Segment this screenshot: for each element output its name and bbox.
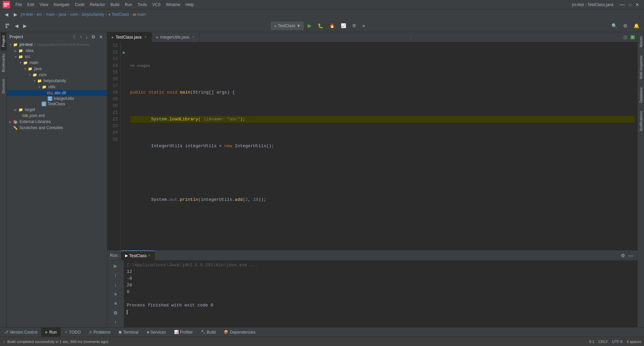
run-up2-button[interactable]: ↑ bbox=[113, 318, 118, 326]
tool-tab-todo[interactable]: ✓ TODO bbox=[61, 328, 85, 337]
left-tab-structure[interactable]: Structure bbox=[1, 75, 6, 97]
tree-item-jni-test[interactable]: ▼ 📁 jni-test C:\Applications\IntelliJIDE… bbox=[7, 42, 107, 48]
tree-item-integerutils[interactable]: C IntegerUtils bbox=[7, 96, 107, 101]
tree-item-idea[interactable]: ▶ 📁 .idea bbox=[7, 48, 107, 54]
tree-item-beiyoufamily[interactable]: ▼ 📁 beiyoufamily bbox=[7, 78, 107, 84]
menu-window[interactable]: Window bbox=[163, 1, 183, 8]
line-separator[interactable]: CRLF bbox=[598, 340, 608, 344]
tab-integerutils-close[interactable]: ✕ bbox=[191, 35, 195, 39]
run-panel-settings-button[interactable]: ⚙ bbox=[620, 252, 627, 259]
close-button[interactable]: ✕ bbox=[633, 1, 641, 9]
indent-settings[interactable]: 4 spaces bbox=[627, 340, 641, 344]
editor-tabs-more[interactable]: ⋮ bbox=[406, 35, 415, 40]
tool-tab-dependencies[interactable]: 📦 Dependencies bbox=[220, 328, 260, 337]
tool-tab-terminal[interactable]: ▣ Terminal bbox=[114, 328, 142, 337]
encoding[interactable]: UTF-8 bbox=[612, 340, 623, 344]
minimize-button[interactable]: — bbox=[618, 0, 627, 9]
run-stop-button[interactable]: ■ bbox=[113, 290, 118, 298]
menu-help[interactable]: Help bbox=[183, 1, 197, 8]
left-tab-project[interactable]: Project bbox=[1, 32, 6, 50]
search-everywhere-button[interactable]: 🔍 bbox=[609, 22, 619, 30]
menu-run[interactable]: Run bbox=[122, 1, 135, 8]
sidebar-settings-button[interactable]: ⚙ bbox=[90, 34, 97, 40]
left-tab-bookmarks[interactable]: Bookmarks bbox=[1, 50, 6, 75]
tool-tab-build[interactable]: 🔨 Build bbox=[197, 328, 220, 337]
coverage-button[interactable]: 🔥 bbox=[327, 22, 337, 30]
run-scroll-button[interactable]: ≡ bbox=[113, 299, 118, 307]
code-editor[interactable]: 11 12 13 14 15 16 17 18 19 20 21 22 23 2… bbox=[107, 42, 637, 250]
menu-build[interactable]: Build bbox=[108, 1, 122, 8]
tab-run-testclass[interactable]: ▶ TestClass ✕ bbox=[121, 250, 155, 261]
code-content[interactable]: no usages public static void main(String… bbox=[127, 42, 637, 250]
tool-tab-services[interactable]: ◈ Services bbox=[143, 328, 170, 337]
tool-tab-run[interactable]: ▶ Run bbox=[41, 328, 61, 337]
editor-split-button[interactable]: ◫ bbox=[622, 34, 629, 41]
breadcrumb-com[interactable]: com bbox=[70, 12, 78, 17]
run-panel-minimize-button[interactable]: — bbox=[627, 252, 635, 259]
breadcrumb-project[interactable]: jni-test bbox=[21, 12, 33, 17]
stop-button[interactable]: ■ bbox=[360, 22, 367, 30]
debug-button[interactable]: 🐛 bbox=[316, 22, 325, 30]
menu-view[interactable]: View bbox=[37, 1, 51, 8]
sidebar-expand-button[interactable]: ↓ bbox=[84, 34, 89, 40]
menu-refactor[interactable]: Refactor bbox=[87, 1, 108, 8]
run-tab-close[interactable]: ✕ bbox=[148, 254, 151, 257]
breadcrumb-testclass[interactable]: ●TestClass bbox=[108, 12, 129, 17]
breadcrumb-beiyoufamily[interactable]: beiyoufamily bbox=[82, 12, 104, 17]
right-tab-web-inspector[interactable]: Web Inspector bbox=[638, 51, 644, 83]
breadcrumb-method[interactable]: mmain bbox=[133, 12, 146, 17]
sidebar-layout-button[interactable]: ⋮ bbox=[70, 34, 78, 40]
sidebar-close-button[interactable]: ✕ bbox=[98, 34, 104, 40]
breadcrumb-java[interactable]: java bbox=[59, 12, 66, 17]
right-tab-database[interactable]: Database bbox=[638, 83, 644, 107]
folder-icon: 📁 bbox=[18, 48, 23, 53]
run-down-button[interactable]: ↓ bbox=[113, 281, 118, 289]
maximize-button[interactable]: □ bbox=[627, 1, 633, 8]
menu-file[interactable]: File bbox=[13, 1, 24, 8]
tree-item-external-libraries[interactable]: ▶ 📚 External Libraries bbox=[7, 119, 107, 125]
tab-testclass[interactable]: ● TestClass.java ✕ bbox=[107, 32, 152, 42]
tab-integerutils[interactable]: ● IntegerUtils.java ✕ bbox=[152, 32, 200, 42]
tree-item-main[interactable]: ▼ 📁 main bbox=[7, 60, 107, 66]
run-line-arrow[interactable]: ▶ bbox=[123, 50, 125, 55]
cursor-position[interactable]: 8:1 bbox=[589, 340, 594, 344]
breadcrumb-src[interactable]: src bbox=[37, 12, 42, 17]
right-tab-maven[interactable]: Maven bbox=[638, 32, 644, 51]
right-tab-notifications[interactable]: Notifications bbox=[638, 107, 644, 135]
breadcrumb-main[interactable]: main bbox=[46, 12, 55, 17]
toolbar-vcs-button[interactable] bbox=[3, 22, 12, 30]
tree-item-pom[interactable]: XML pom.xml bbox=[7, 113, 107, 119]
menu-code[interactable]: Code bbox=[72, 1, 87, 8]
run-button[interactable]: ▶ bbox=[306, 21, 314, 30]
tree-item-testclass[interactable]: C TestClass bbox=[7, 101, 107, 107]
tree-item-com[interactable]: ▼ 📁 com bbox=[7, 72, 107, 78]
menu-vcs[interactable]: VCS bbox=[150, 1, 163, 8]
toolbar-back-button[interactable]: ◀ bbox=[13, 22, 20, 30]
tree-item-scratches[interactable]: ✏️ Scratches and Consoles bbox=[7, 125, 107, 131]
nav-back-button[interactable]: ◀ bbox=[3, 10, 10, 18]
profile-button[interactable]: 📈 bbox=[339, 22, 348, 30]
tree-item-java[interactable]: ▼ 📁 java bbox=[7, 66, 107, 72]
nav-forward-button[interactable]: ▶ bbox=[12, 10, 19, 18]
notifications-button[interactable]: 🔔 bbox=[632, 22, 641, 30]
run-config-dropdown[interactable]: ● TestClass ▼ bbox=[271, 22, 304, 30]
run-console-output[interactable]: C:\Applications\Java\jdk1.8.0_291\bin\ja… bbox=[124, 261, 637, 327]
tree-item-abc-dll[interactable]: DLL abc.dll bbox=[7, 90, 107, 96]
tool-tab-version-control[interactable]: ⎇ Version Control bbox=[0, 328, 41, 337]
toolbar-forward-button[interactable]: ▶ bbox=[21, 22, 29, 30]
tree-item-target[interactable]: ▶ 📁 target bbox=[7, 107, 107, 113]
build-button[interactable]: ⚙ bbox=[350, 22, 358, 30]
rerun-button[interactable]: ▶ bbox=[112, 262, 119, 270]
menu-tools[interactable]: Tools bbox=[135, 1, 150, 8]
menu-edit[interactable]: Edit bbox=[24, 1, 37, 8]
tab-testclass-close[interactable]: ✕ bbox=[144, 35, 148, 39]
run-settings-btn[interactable]: ⚙ bbox=[112, 309, 119, 317]
tool-tab-profiler[interactable]: 📊 Profiler bbox=[170, 328, 197, 337]
settings-button[interactable]: ⚙ bbox=[621, 22, 630, 30]
tree-item-src[interactable]: ▼ 📁 src bbox=[7, 54, 107, 60]
run-up-button[interactable]: ↑ bbox=[113, 271, 118, 279]
sidebar-collapse-button[interactable]: ↑ bbox=[78, 34, 84, 40]
tree-item-utils[interactable]: ▼ 📁 utils bbox=[7, 84, 107, 90]
tool-tab-problems[interactable]: ⚠ Problems bbox=[85, 328, 115, 337]
menu-navigate[interactable]: Navigate bbox=[51, 1, 72, 8]
